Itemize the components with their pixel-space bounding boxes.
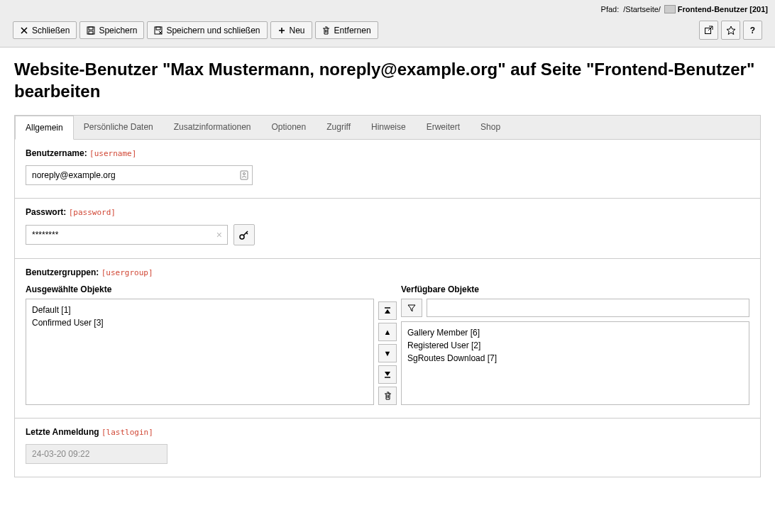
list-item[interactable]: Confirmed User [3] (32, 316, 368, 329)
list-item[interactable]: Default [1] (32, 304, 368, 316)
list-item[interactable]: Gallery Member [6] (407, 326, 743, 339)
content-area: Website-Benutzer "Max Mustermann, norepl… (0, 48, 775, 532)
list-item[interactable]: Registered User [2] (407, 339, 743, 352)
move-up-button[interactable]: ▲ (378, 323, 397, 341)
trash-icon (322, 26, 331, 35)
usergroup-tech: [usergroup] (101, 268, 153, 277)
filter-icon (407, 304, 416, 312)
help-icon: ? (750, 26, 755, 35)
star-icon (726, 26, 736, 35)
tab-panel: Benutzername: [username] Passwort: [pass… (14, 139, 761, 477)
triangle-down-icon: ▼ (384, 349, 392, 358)
bookmark-button[interactable] (721, 21, 740, 40)
remove-button[interactable] (378, 387, 397, 405)
lastlogin-input (26, 444, 167, 464)
breadcrumb-current[interactable]: Frontend-Benutzer [201] (678, 5, 768, 13)
breadcrumb-bar: Pfad: /Startseite/ Frontend-Benutzer [20… (0, 0, 775, 18)
close-button[interactable]: Schließen (13, 21, 77, 39)
save-button[interactable]: Speichern (79, 21, 144, 39)
lastlogin-tech: [lastlogin] (101, 428, 153, 437)
svg-point-7 (243, 173, 246, 175)
filter-button[interactable] (401, 299, 422, 317)
lastlogin-label: Letzte Anmeldung (26, 427, 99, 437)
page-title: Website-Benutzer "Max Mustermann, norepl… (14, 58, 761, 102)
new-button[interactable]: Neu (270, 21, 312, 39)
usergroup-label: Benutzergruppen: (26, 267, 99, 277)
section-username: Benutzername: [username] (15, 140, 760, 199)
folder-icon (664, 5, 676, 13)
available-listbox[interactable]: Gallery Member [6] Registered User [2] S… (401, 321, 749, 405)
move-down-button[interactable]: ▼ (378, 344, 397, 362)
external-link-icon (704, 26, 713, 35)
save-close-button[interactable]: Speichern und schließen (147, 21, 267, 39)
section-usergroup: Benutzergruppen: [usergroup] Ausgewählte… (15, 259, 760, 419)
tab-personal[interactable]: Persönliche Daten (74, 116, 164, 139)
triangle-up-icon: ▲ (384, 328, 392, 336)
tab-bar: Allgemein Persönliche Daten Zusatzinform… (14, 115, 761, 139)
selected-listbox[interactable]: Default [1] Confirmed User [3] (26, 299, 374, 405)
breadcrumb-root[interactable]: /Startseite/ (623, 5, 661, 13)
available-title: Verfügbare Objekte (401, 284, 749, 294)
save-close-icon (154, 26, 163, 35)
key-icon (238, 229, 250, 240)
move-top-icon (384, 307, 391, 314)
generate-password-button[interactable] (233, 224, 255, 245)
tab-shop[interactable]: Shop (471, 116, 511, 139)
tab-general[interactable]: Allgemein (15, 116, 74, 140)
password-input[interactable] (26, 225, 228, 245)
section-password: Passwort: [password] × (15, 199, 760, 259)
filter-input[interactable] (427, 299, 749, 317)
list-item[interactable]: SgRoutes Download [7] (407, 352, 743, 365)
username-label: Benutzername: (26, 148, 87, 158)
section-lastlogin: Letzte Anmeldung [lastlogin] (15, 419, 760, 477)
transfer-controls: ▲ ▼ (378, 284, 397, 405)
move-top-button[interactable] (378, 301, 397, 320)
move-bottom-icon (384, 371, 391, 378)
move-bottom-button[interactable] (378, 365, 397, 384)
svg-rect-1 (89, 27, 93, 30)
tab-options[interactable]: Optionen (262, 116, 317, 139)
clear-icon[interactable]: × (216, 229, 222, 240)
tab-extended[interactable]: Erweitert (417, 116, 471, 139)
path-label: Pfad: (601, 5, 620, 13)
share-button[interactable] (699, 21, 718, 40)
selected-title: Ausgewählte Objekte (26, 284, 374, 294)
contact-icon (240, 170, 248, 180)
password-label: Passwort: (26, 207, 66, 217)
tab-access[interactable]: Zugriff (317, 116, 361, 139)
svg-rect-4 (156, 27, 160, 30)
toolbar: Schließen Speichern Speichern und schlie… (0, 18, 775, 48)
plus-icon (277, 26, 286, 35)
help-button[interactable]: ? (743, 21, 762, 40)
svg-rect-2 (89, 31, 93, 34)
tab-notes[interactable]: Hinweise (361, 116, 417, 139)
username-input[interactable] (26, 165, 253, 185)
tab-extra[interactable]: Zusatzinformationen (164, 116, 262, 139)
save-icon (87, 26, 95, 35)
username-tech: [username] (89, 149, 136, 158)
close-icon (20, 26, 28, 35)
delete-button[interactable]: Entfernen (315, 21, 378, 39)
password-tech: [password] (69, 208, 116, 217)
trash-icon (384, 392, 392, 400)
